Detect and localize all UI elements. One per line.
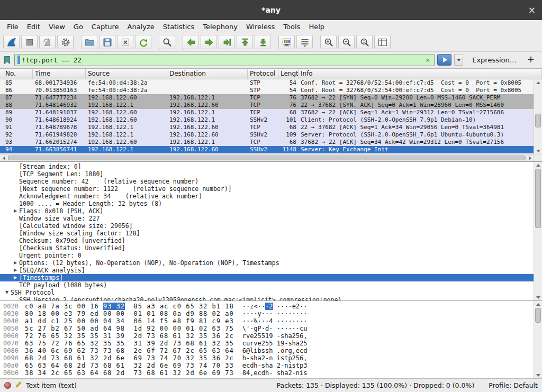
expert-info-icon[interactable] [4,382,11,389]
packet-row[interactable]: 8670.013850163fe:54:00:d4:38:2aSTP54Conf… [0,87,534,94]
expand-icon[interactable]: ▶ [12,207,19,215]
menu-wireless[interactable]: Wireless [242,21,279,32]
hex-row[interactable]: 006072 76 65 32 35 35 31 39 2d 73 68 61 … [0,332,534,340]
column-header-time[interactable]: Time [33,69,86,79]
packet-row[interactable]: 8771.647777234192.168.122.60192.168.122.… [0,94,534,102]
detail-line[interactable]: Sequence number: 42 (relative sequence n… [0,178,534,185]
clear-filter-icon[interactable]: × [424,56,431,64]
apply-filter-button[interactable] [437,54,451,66]
column-header-info[interactable]: Info [299,69,542,79]
column-header-source[interactable]: Source [86,69,167,79]
go-back-button[interactable] [183,35,199,49]
details-vscrollbar[interactable] [534,162,542,300]
expand-icon[interactable]: ▶ [12,274,19,281]
scrollbar-thumb[interactable] [535,308,541,323]
menu-file[interactable]: File [3,21,23,32]
capture-options-button[interactable] [57,35,74,49]
hex-vscrollbar[interactable] [534,301,542,378]
hex-row[interactable]: 00505c 27 b2 67 50 ad 64 98 1d 92 00 00 … [0,325,534,332]
scroll-down-button[interactable] [534,372,542,378]
zoom-in-button[interactable] [320,35,337,49]
detail-line[interactable]: 1000 .... = Header Length: 32 bytes (8) [0,200,534,207]
filter-bookmark-icon[interactable] [3,56,12,65]
hex-row[interactable]: 0040a1 dd c1 25 00 00 04 34 06 14 f5 e8 … [0,317,534,325]
close-file-button[interactable] [117,35,133,49]
menu-go[interactable]: Go [69,21,87,32]
menu-help[interactable]: Help [304,21,329,32]
scroll-down-button[interactable] [534,148,542,154]
column-header-no[interactable]: No. [0,69,33,79]
collapse-icon[interactable]: ▼ [3,289,11,296]
packet-row[interactable]: 9171.648789678192.168.122.1192.168.122.6… [0,124,534,131]
stop-capture-button[interactable] [21,35,38,49]
menu-capture[interactable]: Capture [87,21,123,32]
zoom-reset-button[interactable] [356,35,373,49]
save-file-button[interactable] [99,35,115,49]
packet-row[interactable]: 9371.662015274192.168.122.60192.168.122.… [0,139,534,146]
resize-columns-button[interactable] [374,35,391,49]
expression-button[interactable]: Expression… [469,56,520,64]
filter-input[interactable]: !tcp.port == 22 × [14,54,435,66]
scroll-up-button[interactable] [534,162,542,168]
hex-row[interactable]: 008036 40 6c 69 62 73 73 68 2e 6f 72 67 … [0,347,534,354]
find-packet-button[interactable] [159,35,175,49]
scrollbar-thumb[interactable] [535,169,541,228]
hex-row[interactable]: 00a065 63 64 68 2d 73 68 61 32 2d 6e 69 … [0,362,534,369]
zoom-out-button[interactable] [338,35,355,49]
go-to-packet-button[interactable] [219,35,235,49]
go-last-packet-button[interactable] [255,35,271,49]
expand-icon[interactable]: ▶ [12,267,19,274]
scroll-up-button[interactable] [534,79,542,86]
column-header-protocol[interactable]: Protocol [248,69,278,79]
hex-row[interactable]: 009068 2d 73 68 61 32 2d 6e 69 73 74 70 … [0,354,534,362]
detail-line[interactable]: Acknowledgment number: 34 (relative ack … [0,193,534,200]
packet-list-hscrollbar[interactable] [0,154,534,161]
menu-statistics[interactable]: Statistics [159,21,198,32]
detail-line[interactable]: ▶Options: (12 bytes), No-Operation (NOP)… [0,259,534,267]
detail-line[interactable]: Window size value: 227 [0,215,534,222]
menu-analyze[interactable]: Analyze [123,21,159,32]
detail-line[interactable]: TCP payload (1080 bytes) [0,281,534,289]
packet-row[interactable]: 8871.648146932192.168.122.1192.168.122.6… [0,102,534,109]
detail-line[interactable]: [Checksum Status: Unverified] [0,244,534,252]
scrollbar-thumb[interactable] [535,114,541,127]
column-header-destination[interactable]: Destination [167,69,248,79]
filter-dropdown-button[interactable] [454,54,463,66]
colorize-packets-button[interactable] [278,35,295,49]
go-forward-button[interactable] [201,35,217,49]
detail-line[interactable]: SSH Version 2 (encryption:chacha20-poly1… [0,296,534,300]
add-filter-button[interactable]: + [522,54,539,66]
detail-line[interactable]: [Calculated window size: 29056] [0,222,534,230]
packet-row[interactable]: 9071.648618924192.168.122.60192.168.122.… [0,116,534,124]
capture-comment-icon[interactable] [15,381,22,390]
menu-telephony[interactable]: Telephony [198,21,242,32]
detail-line[interactable]: ▶Flags: 0x018 (PSH, ACK) [0,207,534,215]
scroll-down-button[interactable] [534,294,542,300]
go-first-packet-button[interactable] [237,35,253,49]
hex-row[interactable]: 003080 18 00 e3 79 ed 00 00 01 01 08 0a … [0,310,534,317]
auto-scroll-button[interactable] [296,35,313,49]
detail-line[interactable]: [TCP Segment Len: 1080] [0,170,534,178]
scrollbar-thumb[interactable] [8,156,526,160]
hex-row[interactable]: 00b038 34 2c 65 63 64 68 2d 73 68 61 32 … [0,369,534,377]
detail-line[interactable]: [Stream index: 0] [0,163,534,170]
restart-capture-button[interactable] [39,35,56,49]
packet-row[interactable]: 8568.001734936fe:54:00:d4:38:2aSTP54Conf… [0,79,534,87]
detail-line[interactable]: Urgent pointer: 0 [0,252,534,259]
start-capture-button[interactable] [3,35,20,49]
hex-row[interactable]: 007063 75 72 76 65 32 35 35 31 39 2d 73 … [0,340,534,347]
detail-line[interactable]: ▼SSH Protocol [0,289,534,296]
scroll-up-button[interactable] [534,301,542,307]
detail-line[interactable]: [Window size scaling factor: 128] [0,230,534,237]
scroll-right-button[interactable] [526,155,534,161]
detail-line[interactable]: ▶[SEQ/ACK analysis] [0,267,534,274]
detail-line[interactable]: Checksum: 0x79ed [unverified] [0,237,534,244]
scroll-left-button[interactable] [0,155,7,161]
packet-row[interactable]: 8971.648191037192.168.122.60192.168.122.… [0,109,534,116]
close-window-button[interactable]: × [528,0,536,20]
menu-view[interactable]: View [44,21,69,32]
status-profile[interactable]: Profile: Default [489,381,538,389]
reload-file-button[interactable] [135,35,151,49]
expand-icon[interactable]: ▶ [12,259,19,267]
column-header-length[interactable]: Length [278,69,299,79]
